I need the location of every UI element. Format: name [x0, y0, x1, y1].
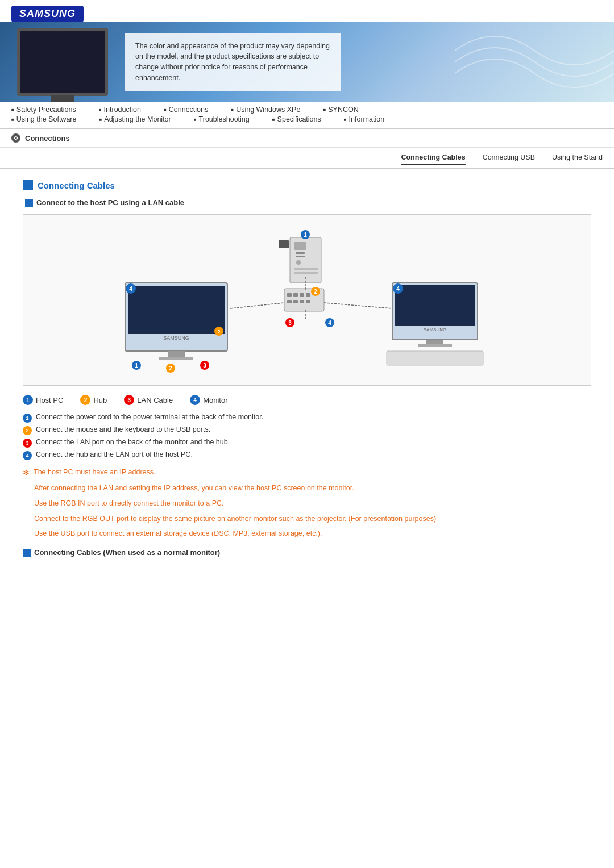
samsung-logo: SAMSUNG [11, 6, 84, 22]
svg-rect-14 [306, 293, 310, 297]
banner-text: The color and appearance of the product … [135, 42, 330, 82]
svg-text:3: 3 [288, 320, 292, 326]
nav-troubleshooting[interactable]: Troubleshooting [194, 115, 250, 123]
svg-text:3: 3 [203, 362, 206, 369]
svg-text:4: 4 [328, 320, 331, 326]
svg-rect-18 [306, 300, 310, 303]
svg-rect-29 [159, 357, 193, 360]
nav-bar: Safety Precautions Introduction Connecti… [0, 102, 614, 129]
legend-item-4: 4 Monitor [190, 395, 227, 405]
svg-rect-17 [300, 300, 304, 303]
nav-row-1: Safety Precautions Introduction Connecti… [11, 106, 603, 114]
svg-rect-2 [296, 252, 305, 254]
svg-text:4: 4 [129, 286, 132, 292]
legend-badge-1: 1 [23, 395, 33, 405]
instruction-text-4: Connect the hub and the LAN port of the … [36, 450, 193, 458]
diagram-box: 1 2 3 [23, 214, 591, 386]
svg-rect-43 [426, 340, 443, 344]
subsection-1-text: Connect to the host PC using a LAN cable [36, 198, 184, 207]
svg-rect-26 [128, 286, 225, 334]
legend-badge-2: 2 [80, 395, 90, 405]
nav-information[interactable]: Information [344, 115, 384, 123]
hub-graphic: 2 [284, 287, 324, 311]
svg-rect-7 [279, 240, 289, 248]
instruction-item-1: 1 Connect the power cord to the power te… [23, 413, 591, 423]
note-item-1: ✻ The host PC must have an IP address. [23, 468, 591, 477]
legend-item-1: 1 Host PC [23, 395, 63, 405]
svg-rect-44 [418, 344, 452, 347]
instruction-item-3: 3 Connect the LAN port on the back of th… [23, 438, 591, 448]
instr-badge-2: 2 [23, 426, 32, 435]
svg-text:2: 2 [217, 329, 220, 335]
legend-item-2: 2 Hub [80, 395, 107, 405]
svg-rect-3 [296, 256, 305, 257]
info-para-4: Use the USB port to connect an external … [34, 528, 591, 539]
legend: 1 Host PC 2 Hub 3 LAN Cable 4 Monitor [23, 395, 591, 405]
svg-rect-16 [293, 300, 298, 303]
breadcrumb-bar: O Connections [0, 129, 614, 148]
section-title-icon [23, 180, 33, 190]
svg-rect-15 [287, 300, 292, 303]
lan-cable-area: 3 4 [285, 318, 334, 327]
subsection-2-icon [23, 549, 31, 557]
svg-text:2: 2 [169, 365, 172, 372]
subsection-1: Connect to the host PC using a LAN cable [25, 198, 591, 207]
svg-rect-45 [387, 351, 483, 365]
sub-nav-connecting-usb[interactable]: Connecting USB [483, 153, 535, 165]
svg-line-51 [324, 303, 392, 308]
sub-nav-connecting-cables[interactable]: Connecting Cables [401, 153, 465, 165]
legend-item-3: 3 LAN Cable [124, 395, 173, 405]
svg-text:4: 4 [396, 286, 400, 292]
header: SAMSUNG [0, 0, 614, 22]
nav-specifications[interactable]: Specifications [272, 115, 321, 123]
nav-syncon[interactable]: SYNCON [323, 106, 358, 114]
instruction-text-2: Connect the mouse and the keyboard to th… [36, 425, 210, 433]
svg-text:2: 2 [314, 289, 317, 295]
nav-introduction[interactable]: Introduction [99, 106, 141, 114]
diagram-svg: 1 2 3 [108, 226, 506, 374]
nav-adjusting-monitor[interactable]: Adjusting the Monitor [99, 115, 171, 123]
nav-using-software[interactable]: Using the Software [11, 115, 76, 123]
note-section: ✻ The host PC must have an IP address. [23, 468, 591, 477]
nav-connections[interactable]: Connections [164, 106, 208, 114]
section-title-text: Connecting Cables [38, 181, 115, 190]
legend-label-4: Monitor [203, 396, 227, 404]
svg-line-50 [230, 303, 284, 308]
banner-waves-decoration [455, 22, 614, 102]
nav-using-windows[interactable]: Using Windows XPe [231, 106, 300, 114]
subsection-1-icon [25, 199, 33, 207]
info-para-1: After connecting the LAN and setting the… [34, 483, 591, 494]
nav-row-2: Using the Software Adjusting the Monitor… [11, 115, 603, 123]
instruction-item-2: 2 Connect the mouse and the keyboard to … [23, 425, 591, 435]
legend-badge-3: 3 [124, 395, 134, 405]
info-para-3: Connect to the RGB OUT port to display t… [34, 514, 591, 524]
info-para-2: Use the RGB IN port to directly connect … [34, 498, 591, 509]
svg-text:1: 1 [135, 362, 138, 369]
svg-rect-5 [294, 268, 318, 270]
svg-rect-41 [395, 285, 475, 326]
svg-text:SAMSUNG: SAMSUNG [424, 327, 446, 332]
svg-rect-28 [168, 351, 185, 357]
svg-text:1: 1 [304, 232, 307, 238]
instr-badge-4: 4 [23, 451, 32, 460]
svg-rect-11 [287, 293, 292, 297]
banner-monitor-image [17, 28, 108, 96]
host-pc-graphic: 1 [279, 230, 321, 283]
svg-rect-6 [294, 272, 318, 274]
instruction-text-1: Connect the power cord to the power term… [36, 413, 263, 421]
section-title: Connecting Cables [23, 180, 591, 190]
breadcrumb-label[interactable]: Connections [25, 134, 70, 143]
sub-nav: Connecting Cables Connecting USB Using t… [0, 148, 614, 169]
legend-label-2: Hub [93, 396, 107, 404]
instruction-item-4: 4 Connect the hub and the LAN port of th… [23, 450, 591, 460]
note-text: The host PC must have an IP address. [34, 468, 155, 476]
main-content: Connecting Cables Connect to the host PC… [0, 169, 614, 569]
left-monitor-graphic: SAMSUNG 4 2 1 2 3 [125, 283, 227, 373]
nav-safety-precautions[interactable]: Safety Precautions [11, 106, 76, 114]
breadcrumb-icon: O [11, 133, 20, 143]
svg-rect-13 [300, 293, 304, 297]
instr-badge-1: 1 [23, 414, 32, 423]
right-monitor-graphic: SAMSUNG 4 [387, 283, 483, 365]
subsection-2-text: Connecting Cables (When used as a normal… [34, 548, 220, 557]
sub-nav-using-stand[interactable]: Using the Stand [552, 153, 603, 165]
